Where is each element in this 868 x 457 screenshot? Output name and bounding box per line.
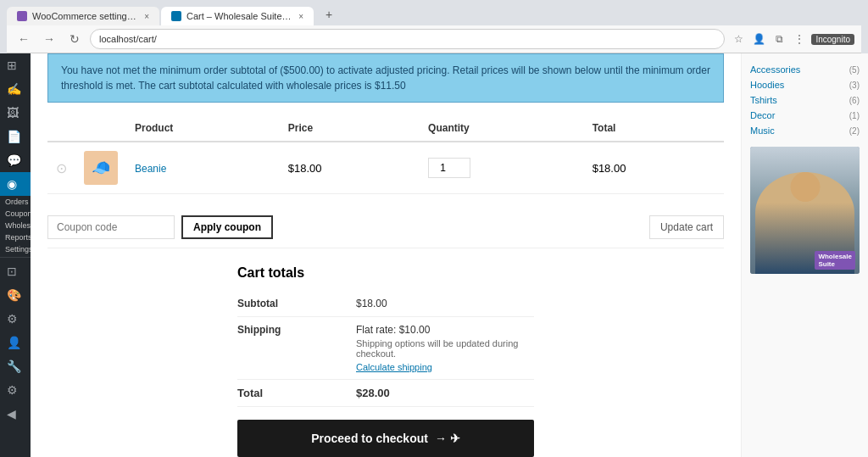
remove-cell: ⊙: [47, 142, 75, 194]
reload-button[interactable]: ↻: [64, 29, 85, 49]
sidebar-item-users[interactable]: 👤: [0, 331, 31, 354]
col-total: Total: [584, 115, 724, 142]
coupon-input[interactable]: [47, 215, 175, 239]
toolbar-icons: ☆ 👤 ⧉ ⋮ Incognito: [730, 31, 854, 47]
category-item: Hoodies(3): [750, 77, 860, 92]
category-count: (5): [849, 65, 860, 75]
ws-badge: WholesaleSuite: [815, 251, 855, 270]
sidebar-item-appearance[interactable]: 🎨: [0, 283, 31, 307]
product-name-link[interactable]: Beanie: [135, 163, 166, 175]
subtotal-label: Subtotal: [237, 291, 356, 317]
category-link[interactable]: Music: [750, 125, 775, 136]
category-link[interactable]: Tshirts: [750, 95, 777, 105]
sidebar-item-comments[interactable]: 💬: [0, 148, 31, 172]
posts-icon: ✍: [7, 82, 21, 96]
category-count: (6): [849, 96, 860, 105]
category-count: (1): [849, 111, 860, 120]
sidebar-sub-reports[interactable]: Reports: [0, 231, 31, 243]
plugins-icon: ⚙: [7, 312, 18, 326]
sidebar-item-collapse[interactable]: ◀: [0, 402, 31, 426]
tab-close-1[interactable]: ×: [144, 12, 149, 21]
cart-totals-heading: Cart totals: [237, 265, 534, 281]
browser-toolbar: ← → ↻ ☆ 👤 ⧉ ⋮ Incognito: [7, 25, 861, 53]
sidebar-item-settings[interactable]: ⚙: [0, 378, 31, 402]
tab-title-1: WooCommerce settings • Wh...: [32, 11, 139, 21]
forward-button[interactable]: →: [39, 29, 59, 49]
total-row: Total $28.00: [237, 380, 534, 407]
extensions-icon[interactable]: ⧉: [771, 31, 787, 47]
category-item: Accessories(5): [750, 62, 860, 77]
shipping-row: Shipping Flat rate: $10.00 Shipping opti…: [237, 317, 534, 380]
bookmark-icon[interactable]: ☆: [730, 31, 747, 47]
tab-cart[interactable]: Cart – Wholesale Suite Demo ×: [161, 7, 314, 25]
sidebar-item-woo[interactable]: ◉: [0, 172, 31, 196]
calculate-shipping-link[interactable]: Calculate shipping: [356, 362, 534, 372]
tab-woocommerce-settings[interactable]: WooCommerce settings • Wh... ×: [7, 7, 159, 25]
sidebar-sub-settings[interactable]: Settings: [0, 243, 31, 255]
coupon-row: Apply coupon Update cart: [47, 207, 724, 248]
product-price: $18.00: [288, 162, 322, 175]
product-total-cell: $18.00: [584, 142, 724, 194]
category-count: (3): [849, 81, 860, 90]
comments-icon: 💬: [7, 153, 21, 167]
checkout-label: Proceed to checkout: [311, 432, 428, 445]
category-link[interactable]: Accessories: [750, 64, 800, 75]
col-product: Product: [126, 115, 280, 142]
sidebar-item-plugins[interactable]: ⚙: [0, 307, 31, 331]
coupon-section: Apply coupon: [47, 215, 273, 239]
sidebar-sub-orders[interactable]: Orders: [0, 196, 31, 208]
minimum-order-notice: You have not met the minimum order subto…: [47, 53, 724, 103]
total-value: $28.00: [356, 380, 534, 407]
remove-product-button[interactable]: ⊙: [56, 160, 67, 176]
video-person: WholesaleSuite: [750, 147, 860, 274]
sidebar-sub-coupons[interactable]: Coupons: [0, 208, 31, 220]
category-link[interactable]: Hoodies: [750, 80, 784, 90]
product-thumbnail-cell: 🧢: [75, 142, 126, 194]
products-icon: ⊡: [7, 265, 17, 278]
tab-favicon-2: [171, 11, 181, 21]
tab-title-2: Cart – Wholesale Suite Demo: [186, 11, 293, 21]
main-content: You have not met the minimum order subto…: [31, 53, 741, 457]
sidebar-item-posts[interactable]: ✍: [0, 77, 31, 101]
browser-tabs: WooCommerce settings • Wh... × Cart – Wh…: [7, 3, 861, 25]
tab-favicon: [17, 11, 27, 21]
more-icon[interactable]: ⋮: [791, 31, 808, 47]
sidebar-item-products[interactable]: ⊡: [0, 259, 31, 283]
col-remove: [47, 115, 75, 142]
notice-text: You have not met the minimum order subto…: [61, 64, 710, 92]
sidebar-item-pages[interactable]: 📄: [0, 125, 31, 148]
category-link[interactable]: Decor: [750, 110, 775, 120]
media-icon: 🖼: [7, 106, 19, 120]
category-item: Decor(1): [750, 108, 860, 123]
checkout-button[interactable]: Proceed to checkout → ✈: [237, 420, 534, 457]
new-tab-button[interactable]: +: [315, 3, 342, 25]
update-cart-button[interactable]: Update cart: [649, 215, 724, 239]
sidebar-item-media[interactable]: 🖼: [0, 101, 31, 125]
subtotal-value: $18.00: [356, 291, 534, 317]
shipping-note: Shipping options will be updated during …: [356, 338, 534, 359]
subtotal-row: Subtotal $18.00: [237, 291, 534, 317]
sidebar-item-tools[interactable]: 🔧: [0, 354, 31, 378]
apply-coupon-button[interactable]: Apply coupon: [181, 215, 273, 239]
person-head: [790, 172, 820, 202]
quantity-input[interactable]: [428, 158, 470, 178]
settings-icon: ⚙: [7, 383, 18, 397]
shipping-cell: Flat rate: $10.00 Shipping options will …: [356, 317, 534, 380]
cart-table: Product Price Quantity Total ⊙ 🧢 Beanie: [47, 115, 724, 194]
back-button[interactable]: ←: [14, 29, 34, 49]
address-bar[interactable]: [90, 29, 725, 49]
woo-icon: ◉: [7, 177, 17, 191]
cart-totals-section: Cart totals Subtotal $18.00 Shipping Fla…: [237, 265, 534, 457]
sidebar-divider: [0, 257, 31, 258]
sidebar-item-dashboard[interactable]: ⊞: [0, 53, 31, 77]
sidebar-sub-wholesale[interactable]: Wholesale: [0, 220, 31, 231]
profile-icon[interactable]: 👤: [750, 31, 767, 47]
collapse-icon: ◀: [7, 407, 16, 421]
category-item: Tshirts(6): [750, 92, 860, 108]
category-item: Music(2): [750, 123, 860, 138]
col-quantity: Quantity: [420, 115, 584, 142]
totals-table: Subtotal $18.00 Shipping Flat rate: $10.…: [237, 291, 534, 407]
col-thumbnail: [75, 115, 126, 142]
shipping-label: Shipping: [237, 317, 356, 380]
tab-close-2[interactable]: ×: [298, 12, 303, 21]
